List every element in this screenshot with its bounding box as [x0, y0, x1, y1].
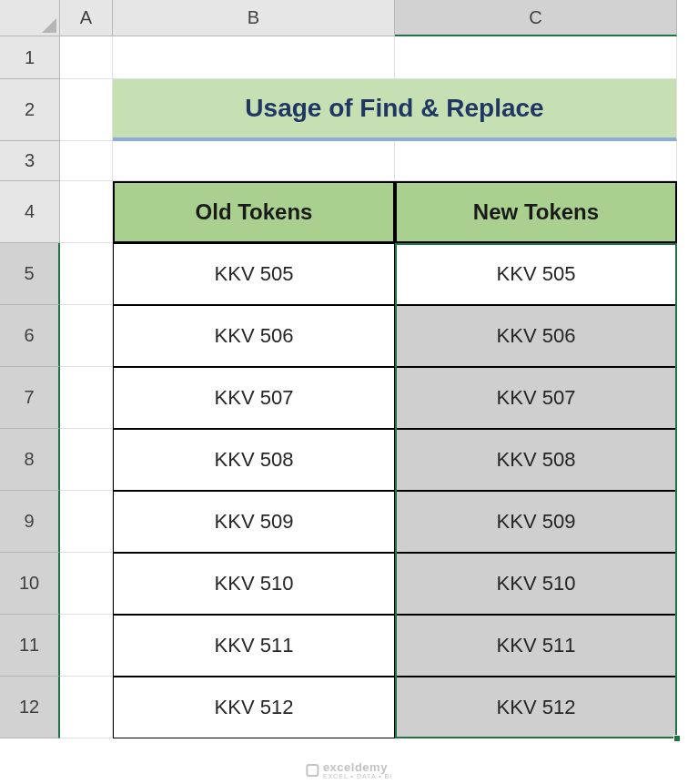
- cell-b9[interactable]: KKV 509: [113, 491, 395, 553]
- column-header-a[interactable]: A: [60, 0, 113, 36]
- cell-c6[interactable]: KKV 506: [395, 305, 677, 367]
- fill-handle[interactable]: [673, 735, 681, 742]
- watermark-brand: exceldemy: [323, 761, 392, 773]
- column-header-b[interactable]: B: [113, 0, 395, 36]
- cell-a1[interactable]: [60, 36, 113, 79]
- cell-c12[interactable]: KKV 512: [395, 677, 677, 738]
- cell-c11[interactable]: KKV 511: [395, 615, 677, 677]
- cell-b8[interactable]: KKV 508: [113, 429, 395, 491]
- header-old-tokens[interactable]: Old Tokens: [113, 181, 395, 243]
- cell-a9[interactable]: [60, 491, 113, 553]
- cell-c8[interactable]: KKV 508: [395, 429, 677, 491]
- row-headers: 1 2 3 4 5 6 7 8 9 10 11 12: [0, 36, 60, 738]
- cell-a12[interactable]: [60, 677, 113, 738]
- column-headers: A B C: [60, 0, 677, 36]
- title-cell[interactable]: Usage of Find & Replace: [113, 79, 677, 141]
- spreadsheet-grid: A B C 1 2 3 4 5 6 7 8 9 10 11 12 Usage o…: [0, 0, 698, 784]
- row-header-1[interactable]: 1: [0, 36, 60, 79]
- select-all-button[interactable]: [0, 0, 60, 36]
- cell-a4[interactable]: [60, 181, 113, 243]
- cell-b11[interactable]: KKV 511: [113, 615, 395, 677]
- cell-b3[interactable]: [113, 141, 395, 181]
- row-header-9[interactable]: 9: [0, 491, 60, 553]
- cell-b12[interactable]: KKV 512: [113, 677, 395, 738]
- row-header-5[interactable]: 5: [0, 243, 60, 305]
- cell-a8[interactable]: [60, 429, 113, 491]
- cell-a5[interactable]: [60, 243, 113, 305]
- watermark-subtitle: EXCEL • DATA • BI: [323, 773, 392, 779]
- row-header-3[interactable]: 3: [0, 141, 60, 181]
- cell-a6[interactable]: [60, 305, 113, 367]
- cell-c7[interactable]: KKV 507: [395, 367, 677, 429]
- cell-c3[interactable]: [395, 141, 677, 181]
- row-header-8[interactable]: 8: [0, 429, 60, 491]
- cell-area: Usage of Find & Replace Old Tokens New T…: [60, 36, 677, 738]
- cell-b7[interactable]: KKV 507: [113, 367, 395, 429]
- cell-c10[interactable]: KKV 510: [395, 553, 677, 615]
- cell-a3[interactable]: [60, 141, 113, 181]
- header-new-tokens[interactable]: New Tokens: [395, 181, 677, 243]
- column-header-c[interactable]: C: [395, 0, 677, 36]
- row-header-2[interactable]: 2: [0, 79, 60, 141]
- cell-b6[interactable]: KKV 506: [113, 305, 395, 367]
- cell-b5[interactable]: KKV 505: [113, 243, 395, 305]
- row-header-4[interactable]: 4: [0, 181, 60, 243]
- cell-a11[interactable]: [60, 615, 113, 677]
- row-header-6[interactable]: 6: [0, 305, 60, 367]
- cell-a7[interactable]: [60, 367, 113, 429]
- watermark: exceldemy EXCEL • DATA • BI: [306, 760, 392, 780]
- row-header-7[interactable]: 7: [0, 367, 60, 429]
- cell-c9[interactable]: KKV 509: [395, 491, 677, 553]
- row-header-10[interactable]: 10: [0, 553, 60, 615]
- cell-a10[interactable]: [60, 553, 113, 615]
- cell-a2[interactable]: [60, 79, 113, 141]
- cell-b10[interactable]: KKV 510: [113, 553, 395, 615]
- row-header-11[interactable]: 11: [0, 615, 60, 677]
- cell-c1[interactable]: [395, 36, 677, 79]
- cell-b1[interactable]: [113, 36, 395, 79]
- row-header-12[interactable]: 12: [0, 677, 60, 738]
- cell-c5[interactable]: KKV 505: [395, 243, 677, 305]
- watermark-logo-icon: [306, 764, 319, 777]
